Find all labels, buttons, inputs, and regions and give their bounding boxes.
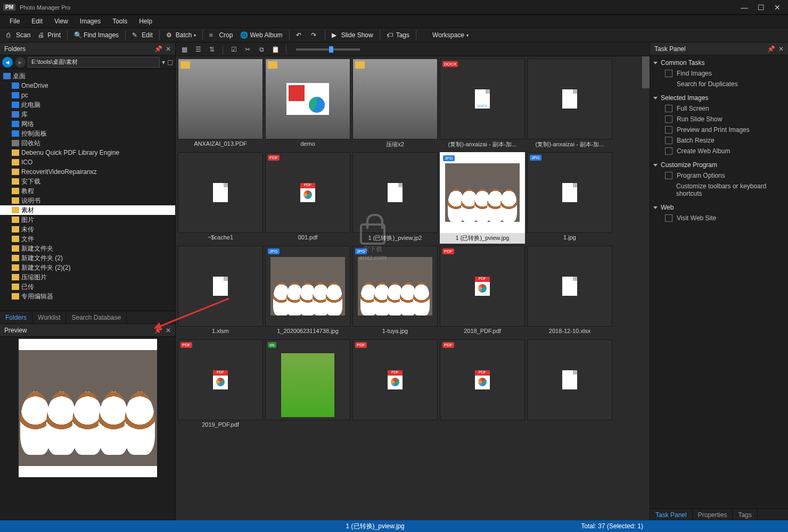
right-tab-task-panel[interactable]: Task Panel bbox=[650, 509, 693, 520]
left-tab-folders[interactable]: Folders bbox=[0, 312, 32, 323]
menu-view[interactable]: View bbox=[49, 16, 73, 27]
file-cell[interactable]: PDFPDF2019_PDF.pdf bbox=[178, 339, 263, 431]
tree-item[interactable]: 库 bbox=[0, 110, 175, 119]
file-cell[interactable]: PDFPDF bbox=[440, 339, 525, 431]
toolbar-workspace-button[interactable]: Workspace ▾ bbox=[420, 30, 472, 40]
tree-item[interactable]: 文件 bbox=[0, 234, 175, 244]
toolbar-rotr-button[interactable]: ↷ bbox=[308, 30, 322, 40]
task-item[interactable]: Batch Resize bbox=[653, 135, 785, 146]
task-item[interactable]: Preview and Print Images bbox=[653, 124, 785, 135]
toolbar-edit-button[interactable]: ✎Edit bbox=[129, 30, 156, 40]
toolbar-tags-button[interactable]: 🏷Tags bbox=[383, 30, 413, 40]
pin-icon[interactable]: 📌 bbox=[767, 45, 775, 53]
tree-item[interactable]: RecoveritVideoRepairanxz bbox=[0, 167, 175, 177]
task-item[interactable]: Find Images bbox=[653, 68, 785, 79]
left-tab-search-database[interactable]: Search Database bbox=[66, 312, 127, 323]
file-cell[interactable]: 压缩x2 bbox=[352, 59, 438, 150]
folder-icon bbox=[12, 102, 19, 108]
tree-item[interactable]: 此电脑 bbox=[0, 100, 175, 110]
tree-item[interactable]: 未传 bbox=[0, 225, 175, 234]
tree-item[interactable]: 压缩图片 bbox=[0, 272, 175, 282]
sort-icon[interactable]: ⇅ bbox=[207, 45, 217, 54]
tree-item[interactable]: 控制面板 bbox=[0, 129, 175, 138]
task-item[interactable]: Run Slide Show bbox=[653, 114, 785, 124]
view-list-icon[interactable]: ☰ bbox=[193, 45, 203, 54]
nav-back-button[interactable]: ◄ bbox=[2, 57, 13, 68]
menu-help[interactable]: Help bbox=[134, 16, 158, 27]
toolbar-scan-button[interactable]: ⎙Scan bbox=[3, 30, 34, 40]
task-item[interactable]: Create Web Album bbox=[653, 146, 785, 156]
minimize-button[interactable]: — bbox=[741, 3, 748, 12]
menu-tools[interactable]: Tools bbox=[107, 16, 133, 27]
maximize-button[interactable]: ☐ bbox=[758, 3, 765, 12]
tree-item[interactable]: 图片 bbox=[0, 215, 175, 225]
tree-item[interactable]: 新建文件夹 (2)(2) bbox=[0, 263, 175, 272]
thumbnail-size-slider[interactable] bbox=[296, 48, 360, 51]
file-cell[interactable]: 2018-12-10.xlsx bbox=[527, 246, 612, 337]
file-cell[interactable]: DOCXDOCX(复制)-anxaizai - 副本-加... bbox=[440, 59, 525, 150]
menu-images[interactable]: Images bbox=[75, 16, 106, 27]
paste-icon[interactable]: 📋 bbox=[270, 45, 281, 54]
menu-edit[interactable]: Edit bbox=[26, 16, 48, 27]
toolbar-web-album-button[interactable]: 🌐Web Album bbox=[237, 30, 285, 40]
path-input[interactable]: E:\tools\桌面\素材 bbox=[28, 57, 160, 68]
task-item[interactable]: Visit Web Site bbox=[653, 213, 785, 223]
sidebar-toggle-icon[interactable]: ▢ bbox=[167, 59, 173, 66]
file-cell[interactable]: PDFPDF bbox=[352, 339, 438, 431]
task-group-header[interactable]: Common Tasks bbox=[653, 57, 785, 68]
file-cell[interactable]: (复制)-anxaizai - 副本-加... bbox=[527, 59, 612, 150]
menu-file[interactable]: File bbox=[4, 16, 25, 27]
scrollbar-thumb[interactable] bbox=[642, 56, 650, 88]
file-cell[interactable]: JPG1 (已转换)_pview.jpg bbox=[440, 152, 525, 244]
tree-root[interactable]: 桌面 bbox=[0, 71, 175, 81]
right-tab-tags[interactable]: Tags bbox=[733, 509, 757, 520]
panel-close-icon[interactable]: ✕ bbox=[166, 327, 171, 334]
toolbar-print-button[interactable]: 🖨Print bbox=[35, 30, 64, 40]
tree-item[interactable]: 网络 bbox=[0, 119, 175, 129]
task-group-header[interactable]: Selected Images bbox=[653, 93, 785, 103]
panel-close-icon[interactable]: ✕ bbox=[166, 45, 171, 53]
tree-item[interactable]: pc bbox=[0, 90, 175, 100]
path-dropdown-icon[interactable]: ▾ bbox=[162, 59, 165, 66]
task-item[interactable]: Search for Duplicates bbox=[653, 79, 785, 89]
file-cell[interactable]: PDFPDF2018_PDF.pdf bbox=[440, 246, 525, 337]
left-tab-worklist[interactable]: Worklist bbox=[32, 312, 66, 323]
tree-item[interactable]: 新建文件夹 (2) bbox=[0, 253, 175, 263]
file-cell[interactable] bbox=[527, 339, 612, 431]
pin-icon[interactable]: 📌 bbox=[154, 45, 162, 53]
close-button[interactable]: ✕ bbox=[774, 3, 781, 12]
right-tab-properties[interactable]: Properties bbox=[693, 509, 733, 520]
toolbar-find-images-button[interactable]: 🔍Find Images bbox=[71, 30, 122, 40]
toolbar-crop-button[interactable]: ⌗Crop bbox=[206, 30, 236, 40]
file-cell[interactable]: ~$cache1 bbox=[178, 152, 263, 244]
cut-icon[interactable]: ✂ bbox=[242, 45, 253, 54]
tree-item[interactable]: 回收站 bbox=[0, 138, 175, 148]
tree-item[interactable]: 已传 bbox=[0, 282, 175, 292]
task-group-header[interactable]: Customize Program bbox=[653, 160, 785, 170]
file-cell[interactable]: xls bbox=[265, 339, 350, 431]
copy-icon[interactable]: ⧉ bbox=[256, 45, 267, 54]
tree-item[interactable]: Debenu Quick PDF Library Engine bbox=[0, 148, 175, 157]
file-cell[interactable]: demo bbox=[265, 59, 350, 150]
task-item[interactable]: Customize toolbars or keyboard shortcuts bbox=[653, 181, 785, 199]
toolbar-slide-show-button[interactable]: ▶Slide Show bbox=[329, 30, 376, 40]
panel-close-icon[interactable]: ✕ bbox=[778, 45, 784, 53]
toolbar-rotl-button[interactable]: ↶ bbox=[293, 30, 307, 40]
tree-item[interactable]: 专用编辑器 bbox=[0, 292, 175, 301]
tree-item[interactable]: 素材 bbox=[0, 205, 175, 215]
select-all-icon[interactable]: ☑ bbox=[228, 45, 239, 54]
tree-item[interactable]: 安下载 bbox=[0, 177, 175, 186]
tree-item[interactable]: ICO bbox=[0, 157, 175, 167]
file-cell[interactable]: 1.xlsm bbox=[178, 246, 263, 337]
tree-item[interactable]: 新建文件夹 bbox=[0, 244, 175, 253]
tree-item[interactable]: 说明书 bbox=[0, 196, 175, 205]
tree-item[interactable]: 教程 bbox=[0, 186, 175, 196]
toolbar-batch-button[interactable]: ⚙Batch ▾ bbox=[163, 30, 200, 40]
file-cell[interactable]: JPG1.jpg bbox=[527, 152, 612, 244]
task-item[interactable]: Program Options bbox=[653, 170, 785, 181]
file-cell[interactable]: ANXAIZAI_013.PDF bbox=[178, 59, 263, 150]
task-group-header[interactable]: Web bbox=[653, 202, 785, 213]
task-item[interactable]: Full Screen bbox=[653, 103, 785, 114]
view-thumbnails-icon[interactable]: ▦ bbox=[179, 45, 190, 54]
tree-item[interactable]: OneDrive bbox=[0, 81, 175, 90]
